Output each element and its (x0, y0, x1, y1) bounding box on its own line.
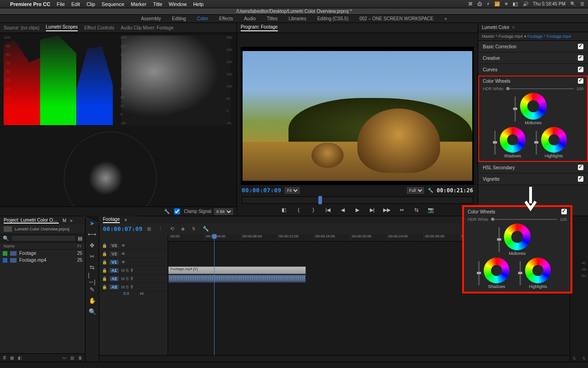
volume-icon[interactable]: 🔊 (523, 1, 528, 6)
ripple-tool-icon[interactable]: ✥ (88, 241, 96, 249)
zoom-fit-select[interactable]: Fit (285, 187, 300, 194)
battery-icon[interactable]: ▮▯ (513, 1, 518, 6)
track-v2[interactable]: 🔒V2👁 (99, 250, 168, 258)
tab-source[interactable]: Source: (no clips) (4, 25, 40, 30)
chevron-down-icon[interactable]: ▾ (524, 34, 526, 39)
ws-audio[interactable]: Audio (244, 16, 256, 21)
step-back-icon[interactable]: |◀ (324, 207, 332, 213)
checkbox-icon[interactable] (578, 176, 583, 182)
freeform-view-icon[interactable]: ◧ (18, 356, 22, 360)
hdr-white-value[interactable]: 100 (577, 86, 583, 91)
sect-creative[interactable]: Creative (478, 52, 588, 64)
checkbox-icon[interactable] (561, 209, 567, 214)
ws-titles[interactable]: Titles (267, 16, 278, 21)
tab-media[interactable]: M (62, 218, 66, 223)
lock-icon[interactable]: 🔒 (102, 285, 107, 289)
ws-overflow[interactable]: » (444, 16, 447, 21)
midtones-luma-slider[interactable] (514, 97, 516, 121)
bluetooth-icon[interactable]: ✳︎ (504, 1, 508, 6)
resolution-select[interactable]: Full (407, 187, 424, 194)
panel-menu-icon[interactable]: ≡ (512, 25, 515, 30)
extract-icon[interactable]: ⇆ (413, 207, 420, 213)
checkbox-icon[interactable] (578, 67, 583, 72)
menu-window[interactable]: Window (169, 1, 187, 7)
pen-tool-icon[interactable]: ✎ (88, 285, 96, 293)
lift-icon[interactable]: ⇔ (398, 207, 405, 213)
track-a2[interactable]: 🔒A2M S 🎙 (99, 275, 168, 283)
program-viewer[interactable] (241, 47, 474, 185)
app-name[interactable]: Premiere Pro CC (10, 1, 50, 7)
tab-overflow[interactable]: » (70, 218, 73, 223)
track-a3[interactable]: 🔒A3M S 🎙 (99, 283, 168, 291)
snap-icon[interactable]: ⋈ (140, 291, 144, 296)
shadows-wheel[interactable] (484, 258, 509, 283)
checkbox-icon[interactable] (578, 78, 583, 84)
track-select-tool-icon[interactable]: ⟷ (88, 230, 96, 238)
shadows-wheel[interactable] (500, 127, 526, 153)
menu-sequence[interactable]: Sequence (102, 1, 124, 7)
tab-lumetri-scopes[interactable]: Lumetri Scopes (46, 24, 78, 31)
shadows-luma-slider[interactable] (494, 131, 496, 155)
checkbox-icon[interactable] (578, 55, 583, 61)
go-out-icon[interactable]: } (310, 207, 317, 213)
shadows-luma-slider[interactable] (478, 261, 480, 285)
checkbox-icon[interactable] (578, 165, 583, 170)
program-ruler[interactable] (242, 196, 473, 204)
menu-edit[interactable]: Edit (71, 1, 80, 7)
new-item-icon[interactable]: ▤ (70, 356, 74, 360)
menu-marker[interactable]: Marker (131, 1, 147, 7)
sect-basic[interactable]: Basic Correction (478, 41, 588, 52)
tab-effect-controls[interactable]: Effect Controls (84, 25, 114, 30)
lock-icon[interactable]: 🔒 (102, 268, 107, 273)
clock[interactable]: Thu 5:18:45 PM (533, 1, 565, 6)
sect-curves[interactable]: Curves (478, 64, 588, 75)
clamp-signal-checkbox[interactable] (174, 208, 180, 214)
timecode-in[interactable]: 00:00:07:09 (242, 187, 281, 194)
sect-hsl[interactable]: HSL Secondary (478, 162, 588, 173)
razor-tool-icon[interactable]: ✂ (88, 252, 96, 260)
video-clip[interactable]: Footage.mp4 [V] (168, 266, 306, 274)
solo-icon[interactable]: S (582, 356, 585, 361)
highlights-luma-slider[interactable] (520, 261, 521, 285)
hand-tool-icon[interactable]: ✋ (88, 296, 96, 305)
close-tab-icon[interactable]: × (124, 218, 127, 223)
menu-extras-icon[interactable]: ☰ (580, 1, 584, 6)
icon-view-icon[interactable]: ▦ (10, 356, 14, 360)
wrench-icon[interactable]: 🔧 (164, 209, 170, 214)
lumetri-clip[interactable]: Footage * Footage.mp4 (527, 34, 571, 39)
lock-icon[interactable]: 🔒 (102, 252, 107, 256)
wifi-icon[interactable]: 📶 (494, 1, 500, 6)
track-a1[interactable]: 🔒A1M S 🎙 (99, 266, 168, 275)
play-icon[interactable]: ▶ (354, 207, 361, 213)
trash-icon[interactable]: 🗑 (78, 356, 82, 360)
lock-icon[interactable]: 🔒 (102, 243, 107, 248)
midtones-wheel[interactable] (520, 93, 547, 120)
hdr-white-slider[interactable] (491, 219, 557, 220)
hdr-white-slider[interactable] (506, 88, 574, 89)
ws-editing55[interactable]: Editing (CS5.5) (317, 16, 349, 21)
checkbox-icon[interactable] (578, 44, 583, 49)
go-in-icon[interactable]: { (295, 207, 302, 213)
ws-editing[interactable]: Editing (172, 16, 186, 21)
highlights-wheel[interactable] (541, 127, 567, 153)
step-fwd-icon[interactable]: ▶▶ (383, 207, 390, 213)
mark-in-icon[interactable]: ◧ (280, 207, 288, 213)
frame-fwd-icon[interactable]: ▶| (368, 207, 376, 213)
ws-assembly[interactable]: Assembly (141, 16, 161, 21)
ws-color[interactable]: Color (197, 16, 208, 21)
timeline-scrollbar[interactable] (99, 355, 570, 362)
track-v3[interactable]: 🔒V3👁 (99, 242, 168, 250)
midtones-luma-slider[interactable] (498, 227, 500, 252)
tab-audio-mixer[interactable]: Audio Clip Mixer: Footage (121, 25, 174, 30)
timeline-toggle-icons[interactable]: ⊞ ⋮ ⟲ ◈ ↯ 🔧 (147, 226, 212, 232)
ws-effects[interactable]: Effects (219, 16, 233, 21)
ws-onescreen[interactable]: 002 – ONE SCREEN WORKSPACE (359, 16, 433, 21)
program-playhead[interactable] (318, 196, 322, 204)
timeline-playhead[interactable] (214, 234, 215, 355)
zoom-tool-icon[interactable]: 🔍 (88, 307, 96, 316)
color-wheels-title[interactable]: Color Wheels (483, 79, 510, 84)
lock-icon[interactable]: 🔒 (102, 260, 107, 264)
tab-program[interactable]: Program: Footage (241, 24, 278, 31)
frame-back-icon[interactable]: ◀ (339, 207, 346, 213)
audio-clip[interactable] (168, 275, 306, 283)
